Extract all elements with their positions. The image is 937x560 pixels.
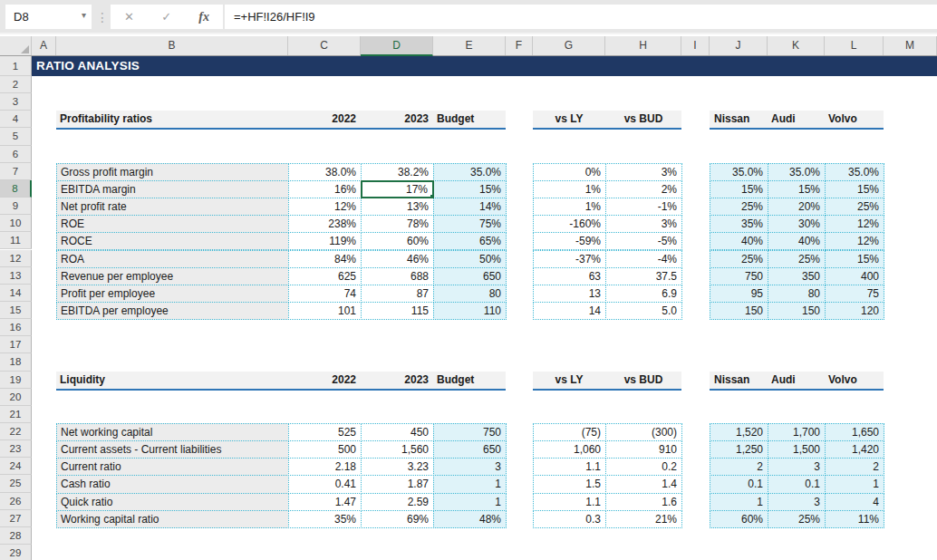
cell-E27[interactable]: 48% xyxy=(433,510,507,528)
row-header-15[interactable]: 15 xyxy=(0,302,32,319)
cell-G13[interactable]: 63 xyxy=(533,267,606,285)
row-header-11[interactable]: 11 xyxy=(0,232,32,249)
cell-K7[interactable]: 35.0% xyxy=(768,163,826,181)
cell-D23[interactable]: 1,560 xyxy=(361,440,434,459)
row-header-25[interactable]: 25 xyxy=(0,475,32,492)
row-header-29[interactable]: 29 xyxy=(0,545,32,560)
formula-bar[interactable]: =+HF!I26/HF!I9 xyxy=(225,5,937,29)
cell-H27[interactable]: 21% xyxy=(605,510,682,528)
cell-H9[interactable]: -1% xyxy=(605,198,682,216)
cell-L13[interactable]: 400 xyxy=(825,267,884,285)
row-header-6[interactable]: 6 xyxy=(0,146,32,163)
name-box[interactable]: D8 ▾ xyxy=(5,5,92,29)
cell-K26[interactable]: 3 xyxy=(768,493,826,511)
header-liquidity-vs-ly[interactable]: vs LY xyxy=(533,372,605,389)
cell-H13[interactable]: 37.5 xyxy=(605,267,682,285)
cell-D27[interactable]: 69% xyxy=(361,510,434,528)
cell-D26[interactable]: 2.59 xyxy=(361,493,434,511)
cell-L24[interactable]: 2 xyxy=(825,458,884,476)
header-profitability-nissan[interactable]: Nissan xyxy=(710,111,768,128)
cell-E26[interactable]: 1 xyxy=(433,493,507,511)
row-header-4[interactable]: 4 xyxy=(0,111,32,128)
row-header-27[interactable]: 27 xyxy=(0,510,32,527)
cell-H25[interactable]: 1.4 xyxy=(605,475,682,493)
cell-B23[interactable]: Current assets - Current liabilities xyxy=(56,440,289,459)
cell-K27[interactable]: 25% xyxy=(768,510,826,528)
col-header-L[interactable]: L xyxy=(825,36,884,55)
row-header-12[interactable]: 12 xyxy=(0,250,32,267)
row-header-8[interactable]: 8 xyxy=(0,180,32,198)
cell-H23[interactable]: 910 xyxy=(605,440,682,459)
row-header-3[interactable]: 3 xyxy=(0,93,32,111)
cell-B9[interactable]: Net profit rate xyxy=(56,198,289,216)
cell-K25[interactable]: 0.1 xyxy=(768,475,826,493)
row-header-2[interactable]: 2 xyxy=(0,76,32,93)
fill-handle[interactable] xyxy=(430,194,434,198)
cell-L22[interactable]: 1,650 xyxy=(825,423,884,441)
cell-L25[interactable]: 1 xyxy=(825,475,884,493)
col-header-C[interactable]: C xyxy=(288,36,361,55)
cell-L26[interactable]: 4 xyxy=(825,493,884,511)
col-header-D[interactable]: D xyxy=(361,36,433,56)
cell-J23[interactable]: 1,250 xyxy=(710,440,768,459)
cell-G12[interactable]: -37% xyxy=(533,250,606,268)
col-header-A[interactable]: A xyxy=(32,36,56,55)
cell-L9[interactable]: 25% xyxy=(825,198,884,216)
cell-H15[interactable]: 5.0 xyxy=(605,302,682,320)
header-liquidity-vs-bud[interactable]: vs BUD xyxy=(605,372,681,389)
row-header-23[interactable]: 23 xyxy=(0,440,32,458)
header-liquidity-budget[interactable]: Budget xyxy=(433,372,506,389)
name-box-dropdown-icon[interactable]: ▾ xyxy=(82,10,86,20)
cell-H11[interactable]: -5% xyxy=(605,232,682,250)
header-profitability-title[interactable]: Profitability ratios xyxy=(56,111,288,128)
header-liquidity-audi[interactable]: Audi xyxy=(768,372,825,389)
cell-K15[interactable]: 150 xyxy=(768,302,826,320)
cell-C9[interactable]: 12% xyxy=(288,198,362,216)
cell-L10[interactable]: 12% xyxy=(825,215,884,233)
col-header-J[interactable]: J xyxy=(710,36,768,55)
cell-J10[interactable]: 35% xyxy=(710,215,768,233)
cell-D8[interactable]: 17% xyxy=(361,180,434,198)
cell-E7[interactable]: 35.0% xyxy=(433,163,507,181)
col-header-F[interactable]: F xyxy=(506,36,533,55)
cell-E14[interactable]: 80 xyxy=(433,285,507,303)
row-header-28[interactable]: 28 xyxy=(0,527,32,545)
row-header-14[interactable]: 14 xyxy=(0,285,32,302)
cell-J24[interactable]: 2 xyxy=(710,458,768,476)
select-all-corner[interactable] xyxy=(0,36,32,55)
cell-H14[interactable]: 6.9 xyxy=(605,285,682,303)
enter-icon[interactable]: ✓ xyxy=(161,10,171,24)
cell-B11[interactable]: ROCE xyxy=(56,232,289,250)
cell-K14[interactable]: 80 xyxy=(768,285,826,303)
col-header-B[interactable]: B xyxy=(56,36,288,55)
cell-G26[interactable]: 1.1 xyxy=(533,493,606,511)
cell-B24[interactable]: Current ratio xyxy=(56,458,289,476)
cell-G8[interactable]: 1% xyxy=(533,180,606,198)
header-liquidity-nissan[interactable]: Nissan xyxy=(710,372,768,389)
row-header-26[interactable]: 26 xyxy=(0,493,32,510)
insert-function-icon[interactable]: fx xyxy=(198,10,209,24)
cell-B12[interactable]: ROA xyxy=(56,250,289,268)
cell-L27[interactable]: 11% xyxy=(825,510,884,528)
header-liquidity-title[interactable]: Liquidity xyxy=(56,372,288,389)
col-header-I[interactable]: I xyxy=(681,36,710,55)
header-profitability-vs-ly[interactable]: vs LY xyxy=(533,111,605,128)
cell-L7[interactable]: 35.0% xyxy=(825,163,884,181)
cell-H8[interactable]: 2% xyxy=(605,180,682,198)
cell-C14[interactable]: 74 xyxy=(288,285,362,303)
cell-B8[interactable]: EBITDA margin xyxy=(56,180,289,198)
row-header-13[interactable]: 13 xyxy=(0,267,32,285)
header-profitability-vs-bud[interactable]: vs BUD xyxy=(605,111,681,128)
cell-J26[interactable]: 1 xyxy=(710,493,768,511)
cell-C12[interactable]: 84% xyxy=(288,250,362,268)
cell-E10[interactable]: 75% xyxy=(433,215,507,233)
cell-D12[interactable]: 46% xyxy=(361,250,434,268)
cell-E15[interactable]: 110 xyxy=(433,302,507,320)
col-header-G[interactable]: G xyxy=(533,36,605,55)
cell-D14[interactable]: 87 xyxy=(361,285,434,303)
cell-G22[interactable]: (75) xyxy=(533,423,606,441)
cell-E8[interactable]: 15% xyxy=(433,180,507,198)
cell-C27[interactable]: 35% xyxy=(288,510,362,528)
cell-G11[interactable]: -59% xyxy=(533,232,606,250)
cell-C24[interactable]: 2.18 xyxy=(288,458,362,476)
